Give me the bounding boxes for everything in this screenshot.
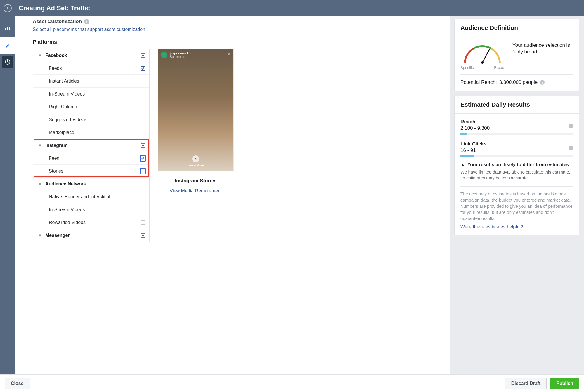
- platforms-heading: Platforms: [33, 39, 443, 45]
- placement-instant-articles[interactable]: Instant Articles: [33, 75, 149, 88]
- clicks-bar: [460, 155, 573, 157]
- placement-in-stream-videos[interactable]: In-Stream Videos: [33, 88, 149, 100]
- placements-list: ▾ Facebook Feeds Instant Articles In-Str…: [33, 49, 150, 242]
- platform-label: Messenger: [44, 233, 140, 238]
- chevron-down-icon[interactable]: ▾: [37, 181, 44, 187]
- checkbox[interactable]: [141, 66, 145, 71]
- audience-title: Audience Definition: [455, 19, 579, 37]
- platform-label: Instagram: [44, 143, 140, 148]
- results-title: Estimated Daily Results: [455, 96, 579, 114]
- info-icon[interactable]: i: [84, 19, 89, 24]
- clicks-value: 16 - 91: [460, 148, 569, 153]
- close-icon[interactable]: ✕: [227, 51, 231, 57]
- chevron-down-icon[interactable]: ▾: [37, 143, 44, 148]
- platform-messenger[interactable]: ▾ Messenger: [33, 229, 149, 242]
- audience-summary: Your audience selection is fairly broad.: [512, 42, 573, 55]
- checkbox[interactable]: [141, 182, 145, 186]
- placement-label: Right Column: [37, 104, 140, 110]
- potential-reach-label: Potential Reach:: [460, 79, 497, 85]
- sponsored-label: Sponsored: [170, 55, 192, 58]
- chevron-down-icon[interactable]: ▾: [37, 233, 44, 238]
- results-card: Estimated Daily Results Reach 2,100 - 9,…: [454, 96, 579, 235]
- audience-card: Audience Definition S: [454, 19, 579, 91]
- platform-label: Audience Network: [44, 181, 140, 187]
- close-button[interactable]: Close: [5, 378, 30, 389]
- preview-panel: j jaspersmarket Sponsored ✕ Learn More …: [158, 49, 234, 242]
- platform-label: Facebook: [44, 53, 140, 58]
- reach-value: 2,100 - 9,300: [460, 125, 569, 131]
- placement-suggested-videos[interactable]: Suggested Videos: [33, 113, 149, 126]
- nav-item-insights[interactable]: [0, 19, 15, 37]
- checkbox[interactable]: [141, 53, 145, 58]
- info-icon[interactable]: i: [540, 80, 545, 85]
- chevron-down-icon[interactable]: ▾: [37, 53, 44, 58]
- platform-facebook[interactable]: ▾ Facebook: [33, 49, 149, 62]
- checkbox[interactable]: [141, 233, 145, 238]
- svg-point-2: [481, 61, 484, 64]
- platform-instagram[interactable]: ▾ Instagram: [33, 139, 149, 152]
- info-icon[interactable]: i: [569, 146, 573, 150]
- placement-label: In-Stream Videos: [37, 207, 140, 212]
- clock-icon: [4, 59, 11, 65]
- placement-stories[interactable]: Stories: [33, 165, 149, 178]
- checkbox[interactable]: [141, 105, 145, 109]
- expand-icon[interactable]: [4, 4, 12, 12]
- potential-reach-value: 3,300,000 people: [499, 79, 538, 85]
- preview-title: Instagram Stories: [175, 178, 217, 184]
- placement-label: Stories: [37, 169, 140, 174]
- left-nav: [0, 16, 15, 374]
- placements-panel: Asset Customization i Select all placeme…: [15, 16, 450, 374]
- nav-item-edit[interactable]: [0, 37, 15, 54]
- footer-bar: Close Discard Draft Publish: [0, 374, 584, 392]
- gauge-icon: [460, 42, 504, 65]
- chevron-up-icon[interactable]: [192, 155, 199, 162]
- reach-label: Reach: [460, 119, 569, 125]
- placement-label: Feed: [37, 156, 140, 161]
- more-icon[interactable]: …: [223, 160, 229, 165]
- placement-feed[interactable]: Feed: [33, 152, 149, 165]
- brand-name: jaspersmarket: [170, 51, 192, 55]
- pencil-icon: [5, 43, 11, 48]
- platform-audience-network[interactable]: ▾ Audience Network: [33, 178, 149, 190]
- publish-button[interactable]: Publish: [550, 378, 579, 389]
- asset-customization-title: Asset Customization: [33, 19, 82, 25]
- svg-line-1: [482, 49, 490, 63]
- bar-chart-icon: [4, 25, 11, 31]
- learn-more-label[interactable]: Learn More: [188, 164, 204, 167]
- warn-body: We have limited data available to calcul…: [460, 169, 573, 181]
- clicks-label: Link Clicks: [460, 141, 569, 147]
- placement-feeds[interactable]: Feeds: [33, 62, 149, 75]
- placement-label: Feeds: [37, 66, 140, 71]
- placement-native-banner-and-interstitial[interactable]: Native, Banner and Interstitial: [33, 190, 149, 203]
- results-footnote: The accuracy of estimates is based on fa…: [460, 186, 573, 221]
- phone-preview: j jaspersmarket Sponsored ✕ Learn More …: [158, 49, 234, 171]
- warning-icon: ▲: [460, 162, 465, 167]
- info-icon[interactable]: i: [569, 124, 573, 128]
- placement-rewarded-videos[interactable]: Rewarded Videos: [33, 216, 149, 229]
- checkbox[interactable]: [141, 195, 145, 199]
- gauge-specific-label: Specific: [460, 65, 474, 70]
- placement-marketplace[interactable]: Marketplace: [33, 126, 149, 139]
- select-all-placements-link[interactable]: Select all placements that support asset…: [33, 27, 443, 32]
- checkbox[interactable]: [141, 220, 145, 225]
- view-media-requirement-link[interactable]: View Media Requirement: [170, 188, 222, 194]
- placement-label: Rewarded Videos: [37, 220, 140, 225]
- placement-in-stream-videos[interactable]: In-Stream Videos: [33, 203, 149, 216]
- placement-label: Marketplace: [37, 130, 140, 135]
- checkbox[interactable]: [141, 143, 145, 148]
- gauge-broad-label: Broad: [494, 65, 504, 70]
- page-title: Creating Ad Set: Traffic: [19, 4, 90, 12]
- reach-bar: [460, 133, 573, 135]
- placement-label: Suggested Videos: [37, 117, 140, 122]
- checkbox[interactable]: [140, 168, 146, 174]
- placement-label: In-Stream Videos: [37, 91, 140, 97]
- checkbox[interactable]: [140, 155, 146, 162]
- topbar: Creating Ad Set: Traffic: [0, 0, 584, 16]
- nav-item-history[interactable]: [2, 56, 13, 68]
- estimates-helpful-link[interactable]: Were these estimates helpful?: [460, 224, 573, 230]
- placement-right-column[interactable]: Right Column: [33, 100, 149, 113]
- discard-draft-button[interactable]: Discard Draft: [505, 378, 547, 389]
- placement-label: Instant Articles: [37, 79, 140, 84]
- warn-title: Your results are likely to differ from e…: [467, 162, 569, 167]
- placement-label: Native, Banner and Interstitial: [37, 194, 140, 200]
